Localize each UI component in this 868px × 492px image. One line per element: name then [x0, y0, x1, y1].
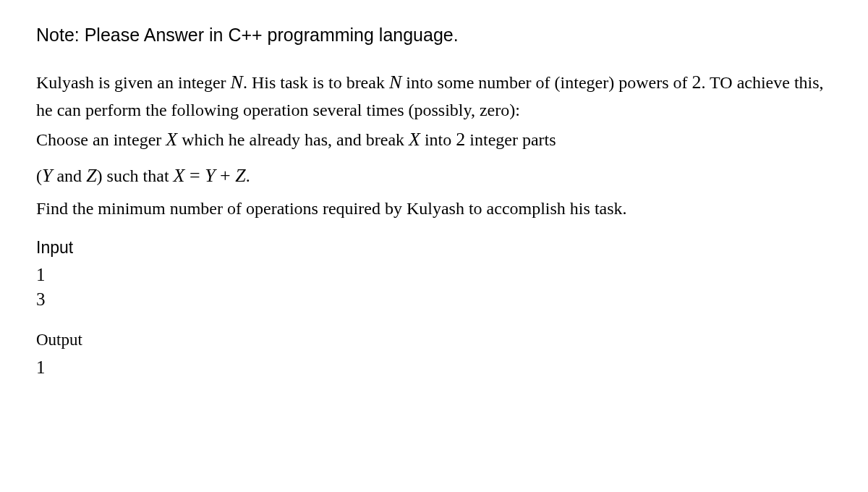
- eq-y: Y: [205, 165, 215, 186]
- problem-paragraph-2: Choose an integer X which he already has…: [36, 125, 832, 154]
- var-n-2: N: [389, 72, 401, 93]
- text: and: [52, 166, 86, 185]
- var-x-2: X: [409, 129, 420, 150]
- text: ) such that: [97, 166, 174, 185]
- text: integer parts: [465, 130, 556, 149]
- text: which he already has, and break: [177, 130, 409, 149]
- text: into some number of (integer) powers of: [401, 73, 692, 92]
- eq-z: Z: [235, 165, 245, 186]
- problem-paragraph-4: Find the minimum number of operations re…: [36, 195, 832, 222]
- note-header: Note: Please Answer in C++ programming l…: [36, 22, 832, 49]
- eq-x: X: [174, 165, 185, 186]
- text: into: [420, 130, 456, 149]
- var-z: Z: [86, 165, 96, 186]
- text: . His task is to break: [243, 73, 389, 92]
- input-value-1: 1: [36, 263, 832, 287]
- output-value-1: 1: [36, 355, 832, 380]
- input-label: Input: [36, 235, 832, 260]
- input-value-2: 3: [36, 287, 832, 312]
- text: Kulyash is given an integer: [36, 73, 231, 92]
- output-label: Output: [36, 328, 832, 353]
- var-y: Y: [42, 165, 52, 186]
- eq-eq: =: [184, 165, 205, 186]
- num-2b: 2: [456, 129, 465, 150]
- var-n: N: [231, 72, 243, 93]
- problem-paragraph-3: (Y and Z) such that X = Y + Z.: [36, 161, 832, 190]
- text: (: [36, 166, 42, 185]
- problem-paragraph-1: Kulyash is given an integer N. His task …: [36, 68, 832, 124]
- num-2: 2: [692, 72, 702, 93]
- text: .: [246, 166, 250, 185]
- var-x: X: [166, 129, 177, 150]
- text: Choose an integer: [36, 130, 166, 149]
- eq-plus: +: [216, 165, 236, 186]
